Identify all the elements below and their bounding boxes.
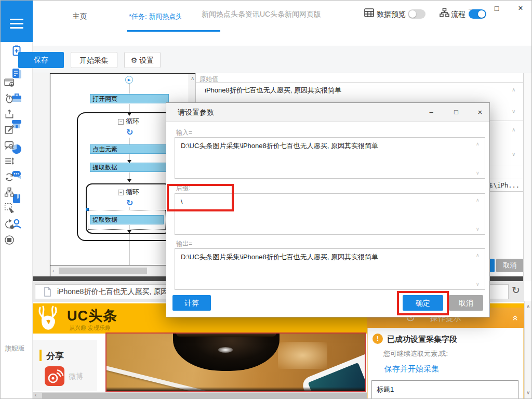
data-preview-toggle[interactable]: [408, 9, 425, 19]
dialog-maximize-button[interactable]: □: [451, 107, 461, 117]
right-margin-strip: [523, 73, 532, 281]
flow-loop-2-header[interactable]: −循环: [118, 188, 139, 197]
scroll-up-icon[interactable]: ∧: [512, 87, 515, 92]
weibo-label[interactable]: 微博: [69, 372, 83, 381]
scroll-down-icon[interactable]: ∨: [476, 282, 480, 287]
scroll-up-icon[interactable]: ∧: [191, 75, 194, 81]
bg-cancel-button[interactable]: 取消: [496, 259, 524, 272]
calculate-button[interactable]: 计算: [172, 295, 211, 311]
find-text-tool-icon[interactable]: [4, 140, 15, 151]
gear-icon: ⚙: [131, 56, 139, 64]
scroll-down-icon[interactable]: ∨: [526, 390, 530, 395]
dialog-minimize-button[interactable]: –: [426, 107, 436, 117]
site-brand[interactable]: UC头条: [67, 307, 117, 325]
dialog-titlebar[interactable]: [166, 103, 489, 122]
photo-light: [278, 342, 327, 369]
flow-start-icon[interactable]: ▶: [125, 76, 133, 84]
mouse-click-tool-icon[interactable]: [4, 93, 15, 103]
scroll-up-icon[interactable]: ∧: [476, 252, 480, 258]
scroll-left-icon[interactable]: ‹: [35, 392, 36, 398]
input-label: 输入=: [176, 128, 192, 137]
dialog-close-button[interactable]: ×: [475, 107, 485, 117]
flow-tool-strip: [33, 73, 50, 278]
captured-field-box[interactable]: 标题1: [371, 380, 518, 399]
export-tool-icon[interactable]: [4, 109, 15, 119]
uc-deer-logo-icon: [36, 305, 64, 332]
flow-node-click-element[interactable]: 点击元素: [90, 144, 171, 154]
scroll-up-icon[interactable]: ∧: [476, 197, 480, 203]
share-heading: 分享: [46, 350, 64, 362]
annotation-highlight-suffix: [167, 184, 234, 211]
hint-subtext: 您可继续选取元素,或:: [383, 349, 448, 358]
refresh-page-icon[interactable]: ↻: [512, 284, 520, 296]
page-vertical-scrollbar[interactable]: ∧ ∨: [524, 301, 532, 399]
flow-node-open-page[interactable]: 打开网页: [90, 94, 169, 103]
sort-list-tool-icon[interactable]: [4, 156, 15, 166]
save-and-collect-link[interactable]: 保存并开始采集: [384, 364, 439, 374]
open-page-tool-icon[interactable]: [4, 77, 15, 88]
cancel-button[interactable]: 取消: [449, 295, 483, 311]
edit-tool-icon[interactable]: [4, 124, 15, 135]
scroll-up-icon[interactable]: ∧: [476, 141, 480, 147]
rotate-select-tool-icon[interactable]: [4, 219, 15, 230]
page-doc-icon: [44, 287, 51, 297]
window-maximize-button[interactable]: □: [491, 3, 502, 14]
flow-node-extract-1[interactable]: 提取数据: [90, 163, 171, 172]
output-textarea[interactable]: D:\UC头条图片采集\iPhone8折价七百也无人愿买, 原因其实很简单: [175, 248, 485, 290]
output-label: 输出=: [176, 240, 192, 248]
stop-tool-icon[interactable]: [4, 235, 15, 245]
scroll-left-icon[interactable]: ‹: [52, 268, 54, 274]
flow-loop-1-header[interactable]: −循环: [118, 117, 139, 126]
start-collect-button[interactable]: 开始采集: [71, 52, 117, 68]
sitemap-tool-icon[interactable]: [4, 187, 15, 197]
window-close-button[interactable]: ×: [515, 3, 526, 14]
weibo-icon[interactable]: [45, 366, 64, 386]
share-accent-bar: [39, 350, 42, 361]
original-value-text[interactable]: iPhone8折价七百也无人愿买, 原因其实很简单: [205, 86, 341, 95]
input-textarea[interactable]: D:\UC头条图片采集\iPhone8折价七百也无人愿买, 原因其实很简单: [175, 137, 485, 179]
dialog-title: 请设置参数: [178, 108, 214, 117]
collapse-icon[interactable]: −: [118, 190, 124, 195]
loop-refresh-icon[interactable]: ↻: [126, 127, 133, 137]
app-menu-square[interactable]: [1, 1, 33, 42]
scroll-down-icon[interactable]: ∨: [476, 227, 480, 232]
collapse-icon[interactable]: −: [118, 119, 124, 125]
task-name-input[interactable]: 新闻热点头条资讯UC头条新闻网页版: [181, 6, 341, 22]
annotation-highlight-ok: [397, 291, 449, 315]
flow-label: 流程: [451, 10, 466, 19]
hint-success-text: 已成功设置采集字段: [387, 335, 457, 344]
warning-circle-icon: !: [373, 334, 383, 344]
article-photo-selected[interactable]: [105, 332, 366, 392]
share-panel: 分享 微博: [33, 340, 97, 391]
flow-selection-handle[interactable]: [86, 208, 89, 211]
scroll-up-icon[interactable]: ∧: [526, 303, 530, 309]
edition-label: 旗舰版: [5, 344, 25, 353]
scroll-down-icon[interactable]: ∨: [512, 109, 515, 114]
flow-toggle[interactable]: [469, 9, 486, 19]
hamburger-menu-icon[interactable]: [10, 16, 23, 31]
select-element-tool-icon[interactable]: [4, 203, 15, 213]
refresh-tool-icon[interactable]: [4, 172, 15, 182]
table-icon: [364, 8, 374, 17]
collapse-chevrons-icon[interactable]: «: [511, 315, 522, 321]
save-button[interactable]: 保存: [18, 52, 64, 68]
scroll-down-icon[interactable]: ∨: [476, 170, 480, 176]
app-window: – □ × 旗舰版 主页 *任务: 新闻热点头条资讯UC... 保存 开始采集 …: [0, 0, 532, 399]
scroll-down-icon[interactable]: ∨: [512, 151, 515, 157]
data-preview-label: 数据预览: [377, 10, 406, 19]
site-tagline: 从兴趣 发现乐趣: [69, 324, 111, 332]
hint-panel-body: ! 已成功设置采集字段 您可继续选取元素,或: 保存并开始采集 标题1: [367, 328, 524, 399]
set-parameters-dialog: 请设置参数 – □ × 输入= D:\UC头条图片采集\iPhone8折价七百也…: [166, 102, 490, 317]
flow-node-extract-2[interactable]: 提取数据: [90, 215, 164, 224]
photo-highlight: [218, 347, 233, 353]
tab-home[interactable]: 主页: [63, 12, 97, 32]
scrollbar-thumb[interactable]: [59, 268, 147, 274]
scroll-up-icon[interactable]: ∧: [512, 127, 515, 132]
flowchart-icon: [440, 8, 449, 18]
captured-field-value: 标题1: [377, 385, 394, 394]
settings-button[interactable]: ⚙ 设置: [124, 52, 161, 68]
hint-panel: 操作提示 « ! 已成功设置采集字段 您可继续选取元素,或: 保存并开始采集 标…: [367, 308, 524, 399]
loop-refresh-icon[interactable]: ↻: [126, 198, 133, 208]
